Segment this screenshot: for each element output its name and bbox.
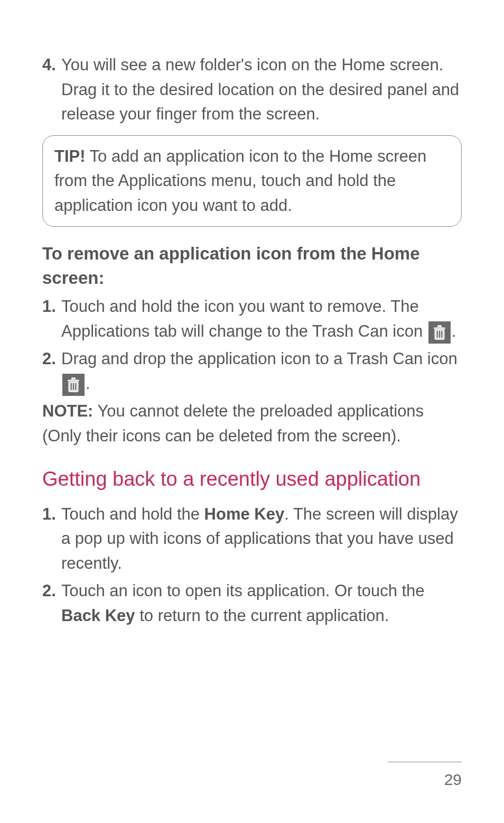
step-4: 4. You will see a new folder's icon on t… (42, 53, 462, 127)
step-body: Drag and drop the application icon to a … (61, 347, 462, 396)
note-label: NOTE: (42, 402, 93, 420)
page-number: 29 (444, 771, 462, 788)
step-text-post: . (86, 374, 90, 393)
step-number: 1. (42, 502, 61, 527)
step-number: 1. (42, 294, 61, 319)
tip-box: TIP! To add an application icon to the H… (42, 135, 462, 227)
step-body: Touch and hold the icon you want to remo… (61, 294, 462, 344)
step-text-pre: Touch and hold the (61, 505, 204, 523)
step-text-pre: Drag and drop the application icon to a … (61, 349, 458, 368)
step-text: You will see a new folder's icon on the … (61, 53, 462, 127)
recent-step-2: 2. Touch an icon to open its application… (42, 579, 462, 628)
note-text: You cannot delete the preloaded applicat… (42, 402, 424, 445)
note-paragraph: NOTE: You cannot delete the preloaded ap… (42, 399, 462, 448)
remove-steps-list: 1. Touch and hold the icon you want to r… (42, 294, 462, 396)
step-text-post: to return to the current application. (135, 606, 389, 625)
remove-icon-heading: To remove an application icon from the H… (42, 242, 462, 290)
step-text-pre: Touch and hold the icon you want to remo… (61, 297, 427, 340)
page-number-rule (388, 762, 462, 762)
step-text-post: . (452, 322, 456, 340)
step-body: Touch an icon to open its application. O… (61, 579, 462, 628)
recent-step-1: 1. Touch and hold the Home Key. The scre… (42, 502, 462, 576)
home-key-label: Home Key (204, 505, 285, 523)
svg-rect-0 (436, 330, 437, 337)
step-body: Touch and hold the Home Key. The screen … (61, 502, 462, 576)
step-number: 4. (42, 53, 61, 78)
svg-rect-2 (441, 330, 442, 337)
trash-icon (62, 374, 85, 396)
recent-steps-list: 1. Touch and hold the Home Key. The scre… (42, 502, 462, 628)
back-key-label: Back Key (61, 606, 135, 625)
tip-label: TIP! (54, 147, 86, 165)
svg-rect-4 (73, 383, 74, 390)
step-number: 2. (42, 579, 61, 604)
svg-rect-5 (75, 383, 76, 390)
remove-step-1: 1. Touch and hold the icon you want to r… (42, 294, 462, 344)
tip-text: To add an application icon to the Home s… (54, 147, 426, 215)
section-heading-recent: Getting back to a recently used applicat… (42, 466, 462, 492)
svg-rect-3 (71, 383, 72, 390)
step-number: 2. (42, 347, 61, 372)
step-text-pre: Touch an icon to open its application. O… (61, 581, 425, 600)
trash-icon (428, 321, 451, 344)
svg-rect-1 (439, 330, 440, 337)
page-number-block: 29 (388, 762, 462, 791)
remove-step-2: 2. Drag and drop the application icon to… (42, 347, 462, 396)
